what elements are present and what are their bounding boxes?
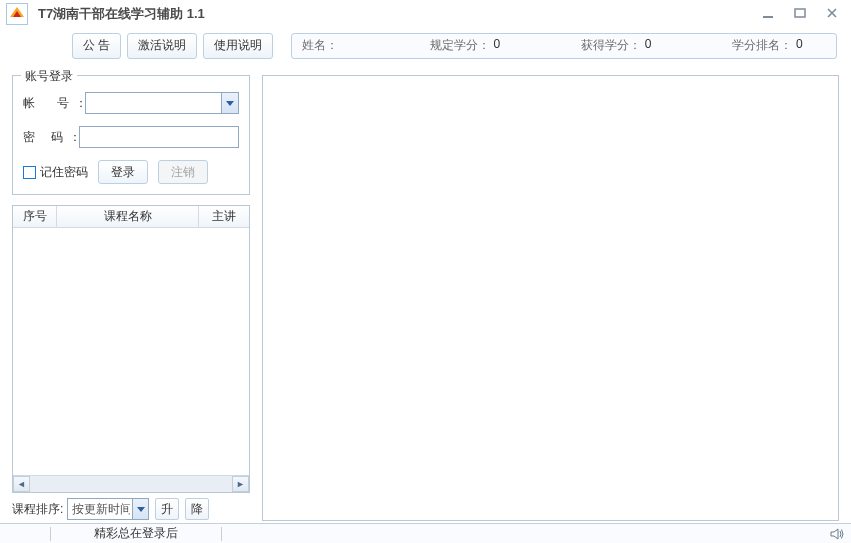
course-list: 序号 课程名称 主讲 ◄ ► (12, 205, 250, 493)
login-actions: 记住密码 登录 注销 (23, 160, 239, 184)
sort-asc-button[interactable]: 升 (155, 498, 179, 520)
login-legend: 账号登录 (21, 68, 77, 85)
content-panel (262, 75, 839, 521)
svg-rect-3 (795, 9, 805, 17)
info-strip: 姓名： 规定学分：0 获得学分：0 学分排名：0 (291, 33, 837, 59)
app-icon (6, 3, 28, 25)
status-bar: 精彩总在登录后 (0, 523, 851, 543)
toolbar: 公 告 激活说明 使用说明 姓名： 规定学分：0 获得学分：0 学分排名：0 (0, 28, 851, 63)
remember-label: 记住密码 (40, 164, 88, 181)
login-button[interactable]: 登录 (98, 160, 148, 184)
account-label: 帐 号 (23, 95, 71, 112)
status-message: 精彩总在登录后 (51, 524, 221, 543)
logout-button[interactable]: 注销 (158, 160, 208, 184)
password-row: 密 码： (23, 126, 239, 148)
password-input[interactable] (79, 126, 239, 148)
close-button[interactable] (823, 4, 841, 22)
status-seg-1 (0, 524, 50, 543)
sort-row: 课程排序: 升 降 (12, 493, 250, 521)
scroll-right-arrow[interactable]: ► (232, 476, 249, 492)
credit-rank-value: 0 (796, 37, 826, 54)
scroll-track[interactable] (30, 476, 232, 492)
name-value (342, 37, 372, 54)
name-label: 姓名： (302, 37, 338, 54)
sort-select[interactable] (67, 498, 149, 520)
credit-rank-label: 学分排名： (732, 37, 792, 54)
col-index[interactable]: 序号 (13, 206, 57, 227)
sort-desc-button[interactable]: 降 (185, 498, 209, 520)
sort-label: 课程排序: (12, 501, 63, 518)
scroll-left-arrow[interactable]: ◄ (13, 476, 30, 492)
horizontal-scrollbar[interactable]: ◄ ► (13, 475, 249, 492)
minimize-button[interactable] (759, 4, 777, 22)
maximize-button[interactable] (791, 4, 809, 22)
obtained-credits-value: 0 (645, 37, 675, 54)
remember-password-checkbox[interactable]: 记住密码 (23, 164, 88, 181)
activate-info-button[interactable]: 激活说明 (127, 33, 197, 59)
usage-info-button[interactable]: 使用说明 (203, 33, 273, 59)
login-groupbox: 账号登录 帐 号： 密 码： 记住密码 登录 注销 (12, 75, 250, 195)
title-bar: T7湖南干部在线学习辅助 1.1 (0, 0, 851, 28)
checkbox-icon (23, 166, 36, 179)
col-course-name[interactable]: 课程名称 (57, 206, 199, 227)
required-credits-label: 规定学分： (430, 37, 490, 54)
svg-rect-2 (763, 16, 773, 18)
account-combo[interactable] (85, 92, 239, 114)
announce-button[interactable]: 公 告 (72, 33, 121, 59)
course-list-body (13, 228, 249, 475)
app-title: T7湖南干部在线学习辅助 1.1 (38, 5, 205, 23)
window-controls (759, 4, 841, 22)
speaker-icon[interactable] (829, 526, 845, 543)
obtained-credits-label: 获得学分： (581, 37, 641, 54)
course-list-header: 序号 课程名称 主讲 (13, 206, 249, 228)
account-row: 帐 号： (23, 92, 239, 114)
password-label: 密 码 (23, 129, 65, 146)
col-teacher[interactable]: 主讲 (199, 206, 249, 227)
sort-select-value[interactable] (67, 498, 149, 520)
main-area: 账号登录 帐 号： 密 码： 记住密码 登录 注销 (0, 65, 851, 523)
left-column: 账号登录 帐 号： 密 码： 记住密码 登录 注销 (12, 75, 250, 521)
required-credits-value: 0 (494, 37, 524, 54)
account-input[interactable] (85, 92, 239, 114)
